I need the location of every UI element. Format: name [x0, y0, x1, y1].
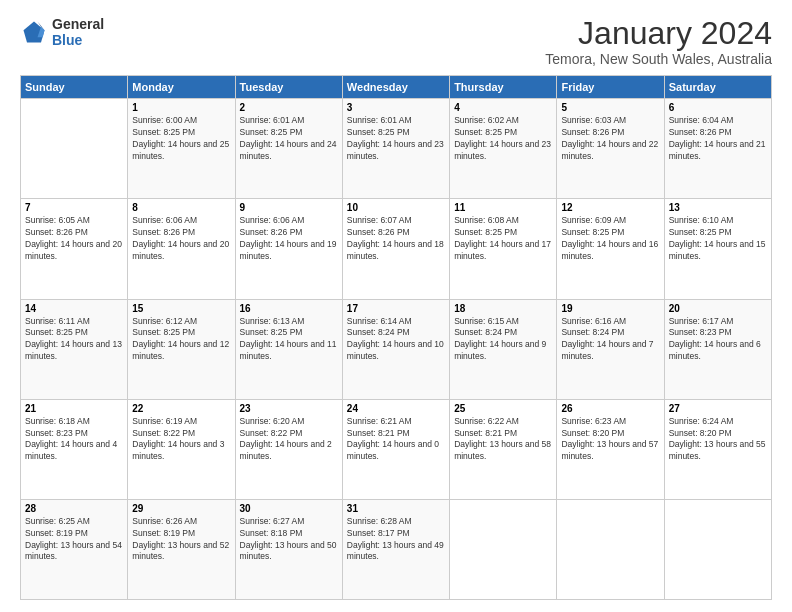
day-number: 14	[25, 303, 123, 314]
day-info: Sunrise: 6:18 AMSunset: 8:23 PMDaylight:…	[25, 416, 123, 464]
day-number: 16	[240, 303, 338, 314]
calendar-cell: 26Sunrise: 6:23 AMSunset: 8:20 PMDayligh…	[557, 399, 664, 499]
calendar-cell: 14Sunrise: 6:11 AMSunset: 8:25 PMDayligh…	[21, 299, 128, 399]
day-number: 25	[454, 403, 552, 414]
calendar-cell: 30Sunrise: 6:27 AMSunset: 8:18 PMDayligh…	[235, 499, 342, 599]
day-number: 9	[240, 202, 338, 213]
day-number: 1	[132, 102, 230, 113]
calendar-cell: 24Sunrise: 6:21 AMSunset: 8:21 PMDayligh…	[342, 399, 449, 499]
day-info: Sunrise: 6:28 AMSunset: 8:17 PMDaylight:…	[347, 516, 445, 564]
day-info: Sunrise: 6:08 AMSunset: 8:25 PMDaylight:…	[454, 215, 552, 263]
calendar-cell: 19Sunrise: 6:16 AMSunset: 8:24 PMDayligh…	[557, 299, 664, 399]
day-number: 26	[561, 403, 659, 414]
calendar-week-2: 7Sunrise: 6:05 AMSunset: 8:26 PMDaylight…	[21, 199, 772, 299]
title-block: January 2024 Temora, New South Wales, Au…	[545, 16, 772, 67]
calendar-cell: 4Sunrise: 6:02 AMSunset: 8:25 PMDaylight…	[450, 99, 557, 199]
day-number: 13	[669, 202, 767, 213]
logo-icon	[20, 18, 48, 46]
calendar-cell: 29Sunrise: 6:26 AMSunset: 8:19 PMDayligh…	[128, 499, 235, 599]
day-number: 18	[454, 303, 552, 314]
day-number: 31	[347, 503, 445, 514]
day-info: Sunrise: 6:02 AMSunset: 8:25 PMDaylight:…	[454, 115, 552, 163]
day-info: Sunrise: 6:27 AMSunset: 8:18 PMDaylight:…	[240, 516, 338, 564]
calendar-cell: 6Sunrise: 6:04 AMSunset: 8:26 PMDaylight…	[664, 99, 771, 199]
calendar-cell: 23Sunrise: 6:20 AMSunset: 8:22 PMDayligh…	[235, 399, 342, 499]
day-info: Sunrise: 6:25 AMSunset: 8:19 PMDaylight:…	[25, 516, 123, 564]
calendar-cell: 22Sunrise: 6:19 AMSunset: 8:22 PMDayligh…	[128, 399, 235, 499]
calendar-cell: 31Sunrise: 6:28 AMSunset: 8:17 PMDayligh…	[342, 499, 449, 599]
calendar-cell: 28Sunrise: 6:25 AMSunset: 8:19 PMDayligh…	[21, 499, 128, 599]
logo: General Blue	[20, 16, 104, 48]
day-number: 15	[132, 303, 230, 314]
day-info: Sunrise: 6:14 AMSunset: 8:24 PMDaylight:…	[347, 316, 445, 364]
day-info: Sunrise: 6:24 AMSunset: 8:20 PMDaylight:…	[669, 416, 767, 464]
col-saturday: Saturday	[664, 76, 771, 99]
calendar-cell: 25Sunrise: 6:22 AMSunset: 8:21 PMDayligh…	[450, 399, 557, 499]
day-info: Sunrise: 6:21 AMSunset: 8:21 PMDaylight:…	[347, 416, 445, 464]
day-number: 28	[25, 503, 123, 514]
location: Temora, New South Wales, Australia	[545, 51, 772, 67]
col-thursday: Thursday	[450, 76, 557, 99]
calendar-table: Sunday Monday Tuesday Wednesday Thursday…	[20, 75, 772, 600]
calendar-cell: 20Sunrise: 6:17 AMSunset: 8:23 PMDayligh…	[664, 299, 771, 399]
calendar-cell: 9Sunrise: 6:06 AMSunset: 8:26 PMDaylight…	[235, 199, 342, 299]
day-number: 10	[347, 202, 445, 213]
day-number: 21	[25, 403, 123, 414]
calendar-cell: 13Sunrise: 6:10 AMSunset: 8:25 PMDayligh…	[664, 199, 771, 299]
day-number: 29	[132, 503, 230, 514]
day-number: 12	[561, 202, 659, 213]
day-number: 7	[25, 202, 123, 213]
col-tuesday: Tuesday	[235, 76, 342, 99]
calendar-cell: 17Sunrise: 6:14 AMSunset: 8:24 PMDayligh…	[342, 299, 449, 399]
day-info: Sunrise: 6:00 AMSunset: 8:25 PMDaylight:…	[132, 115, 230, 163]
day-info: Sunrise: 6:19 AMSunset: 8:22 PMDaylight:…	[132, 416, 230, 464]
day-number: 17	[347, 303, 445, 314]
calendar-cell: 7Sunrise: 6:05 AMSunset: 8:26 PMDaylight…	[21, 199, 128, 299]
calendar-cell: 10Sunrise: 6:07 AMSunset: 8:26 PMDayligh…	[342, 199, 449, 299]
day-number: 22	[132, 403, 230, 414]
day-number: 3	[347, 102, 445, 113]
day-info: Sunrise: 6:09 AMSunset: 8:25 PMDaylight:…	[561, 215, 659, 263]
day-number: 4	[454, 102, 552, 113]
logo-general: General	[52, 16, 104, 32]
calendar-cell: 8Sunrise: 6:06 AMSunset: 8:26 PMDaylight…	[128, 199, 235, 299]
month-year: January 2024	[545, 16, 772, 51]
day-info: Sunrise: 6:07 AMSunset: 8:26 PMDaylight:…	[347, 215, 445, 263]
calendar-week-3: 14Sunrise: 6:11 AMSunset: 8:25 PMDayligh…	[21, 299, 772, 399]
day-number: 6	[669, 102, 767, 113]
day-info: Sunrise: 6:01 AMSunset: 8:25 PMDaylight:…	[347, 115, 445, 163]
logo-blue: Blue	[52, 32, 104, 48]
day-info: Sunrise: 6:12 AMSunset: 8:25 PMDaylight:…	[132, 316, 230, 364]
calendar-cell: 27Sunrise: 6:24 AMSunset: 8:20 PMDayligh…	[664, 399, 771, 499]
calendar-cell: 21Sunrise: 6:18 AMSunset: 8:23 PMDayligh…	[21, 399, 128, 499]
day-number: 30	[240, 503, 338, 514]
calendar-cell: 18Sunrise: 6:15 AMSunset: 8:24 PMDayligh…	[450, 299, 557, 399]
header: General Blue January 2024 Temora, New So…	[20, 16, 772, 67]
day-info: Sunrise: 6:10 AMSunset: 8:25 PMDaylight:…	[669, 215, 767, 263]
calendar-week-4: 21Sunrise: 6:18 AMSunset: 8:23 PMDayligh…	[21, 399, 772, 499]
calendar-cell: 12Sunrise: 6:09 AMSunset: 8:25 PMDayligh…	[557, 199, 664, 299]
day-info: Sunrise: 6:04 AMSunset: 8:26 PMDaylight:…	[669, 115, 767, 163]
logo-text: General Blue	[52, 16, 104, 48]
calendar-cell: 15Sunrise: 6:12 AMSunset: 8:25 PMDayligh…	[128, 299, 235, 399]
day-number: 19	[561, 303, 659, 314]
day-number: 11	[454, 202, 552, 213]
col-wednesday: Wednesday	[342, 76, 449, 99]
calendar-week-5: 28Sunrise: 6:25 AMSunset: 8:19 PMDayligh…	[21, 499, 772, 599]
day-number: 23	[240, 403, 338, 414]
day-info: Sunrise: 6:13 AMSunset: 8:25 PMDaylight:…	[240, 316, 338, 364]
day-number: 2	[240, 102, 338, 113]
day-info: Sunrise: 6:11 AMSunset: 8:25 PMDaylight:…	[25, 316, 123, 364]
day-info: Sunrise: 6:23 AMSunset: 8:20 PMDaylight:…	[561, 416, 659, 464]
day-info: Sunrise: 6:26 AMSunset: 8:19 PMDaylight:…	[132, 516, 230, 564]
calendar-cell	[450, 499, 557, 599]
day-info: Sunrise: 6:05 AMSunset: 8:26 PMDaylight:…	[25, 215, 123, 263]
day-info: Sunrise: 6:01 AMSunset: 8:25 PMDaylight:…	[240, 115, 338, 163]
day-info: Sunrise: 6:22 AMSunset: 8:21 PMDaylight:…	[454, 416, 552, 464]
day-info: Sunrise: 6:20 AMSunset: 8:22 PMDaylight:…	[240, 416, 338, 464]
calendar-week-1: 1Sunrise: 6:00 AMSunset: 8:25 PMDaylight…	[21, 99, 772, 199]
day-number: 24	[347, 403, 445, 414]
day-number: 27	[669, 403, 767, 414]
col-monday: Monday	[128, 76, 235, 99]
day-number: 8	[132, 202, 230, 213]
